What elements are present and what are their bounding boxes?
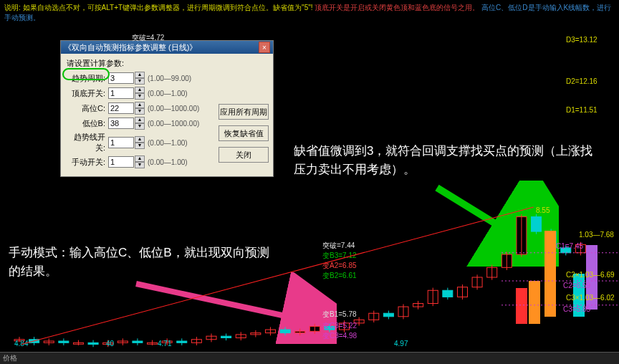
svg-rect-84	[516, 288, 527, 324]
footer-label: 价格	[3, 353, 17, 363]
price-level-label: C3×1.03—6.02	[566, 294, 615, 302]
param-dialog: 《双向自动预测指标参数调整 (日线)》 × 请设置计算参数: 趋势周期: ▴▾ …	[60, 40, 274, 177]
top-instruction: 说明: 如果自动选点不对，可按ALT+T键弹出参数调整器，进行周期微调到符合点位…	[4, 3, 615, 23]
param-input-0[interactable]	[108, 72, 134, 84]
x-axis-label: 4.97	[394, 340, 408, 348]
price-level-label: C3=5.85	[563, 305, 590, 313]
price-level-label: D3=13.12	[566, 36, 598, 44]
spin-down-icon[interactable]: ▾	[135, 93, 145, 100]
param-range: (1.00—99.00)	[148, 75, 191, 82]
svg-rect-80	[544, 231, 556, 317]
close-button[interactable]: 关闭	[219, 147, 269, 163]
close-icon[interactable]: ×	[259, 42, 270, 53]
price-level-label: 突破=4.72	[132, 33, 164, 43]
spin-down-icon[interactable]: ▾	[135, 78, 145, 85]
param-range: (0.00—1.00)	[148, 139, 188, 147]
param-range: (0.00—1.00)	[148, 158, 188, 166]
price-level-label: C2=6.59	[563, 282, 590, 289]
footer-bar: 价格	[0, 352, 619, 364]
param-range: (0.00—1000.00)	[148, 120, 199, 128]
price-level-label: D1=11.51	[566, 106, 598, 114]
reset-button[interactable]: 恢复缺省值	[219, 125, 269, 141]
price-level-label: 变B2=6.61	[322, 271, 357, 281]
price-level-label: 变C3=4.98	[322, 331, 357, 341]
green-annotation: 缺省值微调到3，就符合回调支撑找买点的预测（上涨找压力卖出不用考虑）。	[294, 142, 602, 179]
param-input-3[interactable]	[108, 118, 134, 129]
price-level-label: 变B1=5.78	[322, 310, 357, 320]
param-label: 高位C:	[67, 103, 105, 114]
spin-down-icon[interactable]: ▾	[135, 108, 145, 115]
dialog-title: 《双向自动预测指标参数调整 (日线)》	[64, 42, 197, 53]
spin-down-icon[interactable]: ▾	[135, 143, 145, 149]
price-level-label: 变C3=5.22	[322, 321, 357, 331]
price-level-label: 突破=7.44	[322, 241, 355, 251]
dialog-titlebar[interactable]: 《双向自动预测指标参数调整 (日线)》 ×	[61, 41, 273, 54]
x-axis-label: 40	[106, 340, 114, 348]
param-label: 顶底开关:	[67, 88, 105, 99]
price-level-label: C2×1.03—6.69	[566, 271, 615, 279]
svg-rect-83	[529, 281, 540, 324]
x-axis-label: 4.71	[158, 340, 171, 348]
param-input-2[interactable]	[108, 102, 134, 114]
price-level-label: 8.55	[536, 206, 550, 214]
param-label: 手动开关:	[67, 157, 105, 168]
spin-down-icon[interactable]: ▾	[135, 162, 145, 168]
param-label: 低位B:	[67, 118, 105, 129]
param-range: (0.00—1.00)	[148, 90, 188, 97]
candlestick-chart	[0, 202, 619, 353]
param-input-4[interactable]	[108, 137, 134, 148]
dialog-prompt: 请设置计算参数:	[67, 58, 267, 69]
price-level-label: D2=12.16	[566, 77, 598, 85]
apply-all-button[interactable]: 应用所有周期	[219, 104, 269, 120]
price-level-label: 1.03—7.68	[579, 231, 614, 239]
param-label: 趋势线开关:	[67, 132, 105, 153]
spin-down-icon[interactable]: ▾	[135, 123, 145, 130]
param-input-5[interactable]	[108, 156, 134, 168]
price-level-label: C1=7.45	[556, 242, 583, 250]
param-label: 趋势周期:	[67, 73, 105, 84]
param-input-1[interactable]	[108, 87, 134, 99]
param-range: (0.00—1000.00)	[148, 105, 199, 112]
